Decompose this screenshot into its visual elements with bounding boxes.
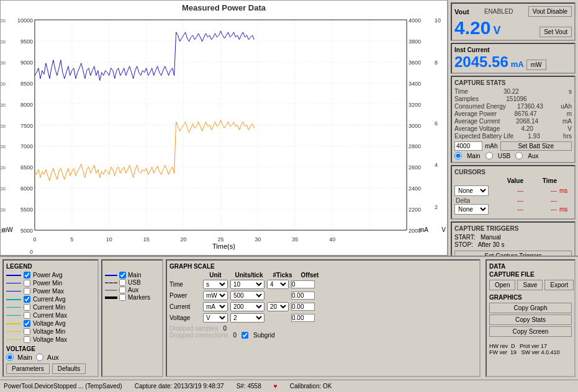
vout-value: 4.20 [454, 19, 490, 37]
power-units-per-tick-select[interactable]: 500 [230, 291, 264, 300]
gl-check-aux[interactable] [119, 287, 126, 293]
svg-text:3400: 3400 [409, 81, 421, 87]
gl-check-usb[interactable] [119, 279, 126, 286]
dropped-connections-label: Dropped connections [169, 332, 228, 339]
vout-row: Vout ENABLED Vout Disable [454, 6, 572, 17]
svg-text:20: 20 [181, 236, 187, 243]
set-batt-button[interactable]: Set Batt Size [500, 141, 572, 151]
legend-check-power-min[interactable] [24, 280, 30, 287]
svg-text:6: 6 [435, 120, 438, 127]
defaults-button[interactable]: Defaults [52, 363, 86, 374]
cursor2-select[interactable]: None [454, 204, 489, 215]
cursor1-row: None --- --- ms [454, 185, 572, 196]
cursor2-time-unit: ms [559, 206, 572, 213]
batt-row: mAh Set Batt Size [454, 141, 572, 151]
status-heart-icon: ♥ [274, 383, 278, 390]
set-vout-button[interactable]: Set Vout [540, 27, 572, 37]
data-section: DATA CAPTURE FILE Open Save Export GRAPH… [485, 259, 576, 377]
cursor2-value: --- [491, 206, 523, 213]
vout-enabled: ENABLED [484, 8, 513, 15]
voltage-title: VOLTAGE [6, 345, 95, 352]
hw-rev: D [511, 343, 515, 349]
svg-text:8000: 8000 [20, 102, 33, 108]
status-left: PowerTool.DeviceStopped ... (TempSaved) [4, 383, 122, 390]
capture-stats-title: CAPTURE STATS [454, 79, 572, 86]
cursor1-time: --- [526, 187, 557, 194]
time-units-per-tick-select[interactable]: 10 [230, 280, 264, 289]
status-serial: S#: 4558 [237, 383, 261, 390]
current-units-per-tick-select[interactable]: 200 [230, 302, 264, 311]
gl-check-markers[interactable] [119, 294, 126, 301]
main-container: Measured Power Data [0, 0, 578, 392]
legend-line-current-min [6, 307, 21, 308]
svg-text:0: 0 [33, 236, 36, 243]
legend-check-voltage-max[interactable] [24, 336, 30, 343]
batt-unit: mAh [485, 143, 498, 149]
svg-text:8000: 8000 [1, 102, 6, 108]
svg-text:0: 0 [30, 249, 33, 255]
time-ticks-select[interactable]: 4 [267, 280, 289, 289]
cursor1-select[interactable]: None [454, 185, 489, 196]
svg-text:2800: 2800 [409, 143, 421, 149]
copy-stats-button[interactable]: Copy Stats [489, 314, 572, 325]
svg-text:2400: 2400 [409, 185, 421, 192]
batt-size-input[interactable] [454, 141, 482, 151]
gl-usb: USB [105, 279, 160, 286]
svg-text:5500: 5500 [20, 207, 33, 213]
voltage-radio: Main Aux [6, 354, 95, 361]
export-button[interactable]: Export [544, 280, 574, 290]
legend-check-power-avg[interactable] [24, 272, 30, 278]
copy-screen-button[interactable]: Copy Screen [489, 326, 572, 337]
save-button[interactable]: Save [517, 280, 543, 290]
power-unit-select[interactable]: mW [203, 291, 228, 300]
voltage-unit-select[interactable]: V [203, 313, 228, 323]
legend-check-voltage-min[interactable] [24, 328, 30, 335]
copy-graph-button[interactable]: Copy Graph [489, 303, 572, 313]
legend-check-current-avg[interactable] [24, 296, 30, 303]
top-area: Measured Power Data [0, 0, 578, 256]
svg-text:6000: 6000 [20, 185, 33, 192]
subgrid-checkbox[interactable] [242, 332, 248, 339]
batt-usb-radio[interactable] [485, 152, 493, 159]
gl-check-main[interactable] [119, 272, 126, 278]
trigger-stop-value: After 30 s [478, 241, 505, 248]
voltage-aux-radio[interactable] [36, 354, 43, 361]
vout-disable-button[interactable]: Vout Disable [528, 6, 572, 17]
dropped-samples-value: 0 [223, 325, 227, 332]
svg-text:10000: 10000 [1, 18, 6, 24]
gl-line-main [105, 275, 117, 276]
delta-value: --- [492, 197, 523, 204]
svg-text:3200: 3200 [409, 102, 421, 108]
voltage-units-per-tick-select[interactable]: 2 [230, 313, 264, 323]
legend-check-current-max[interactable] [24, 312, 30, 319]
batt-main-radio[interactable] [454, 152, 462, 159]
legend-title: LEGEND [6, 263, 95, 270]
parameters-button[interactable]: Parameters [6, 363, 50, 374]
svg-text:8500: 8500 [20, 81, 33, 87]
graph-scale-title: GRAPH SCALE [169, 263, 477, 270]
x-axis-label: Time(s) [212, 243, 235, 250]
time-offset-input[interactable] [291, 280, 315, 288]
prot-ver: 17 [541, 343, 547, 349]
voltage-main-radio[interactable] [6, 354, 14, 361]
graph-legend-section: Main USB Aux Markers [101, 259, 163, 377]
legend-check-power-max[interactable] [24, 288, 30, 295]
open-button[interactable]: Open [489, 280, 515, 290]
batt-aux-radio[interactable] [515, 152, 523, 159]
svg-text:9000: 9000 [20, 60, 33, 66]
svg-text:7000: 7000 [20, 143, 33, 149]
gs-current-row: Current mA 200 20 [169, 302, 477, 311]
voltage-offset-input[interactable] [291, 314, 315, 322]
power-offset-input[interactable] [291, 292, 315, 300]
legend-check-voltage-avg[interactable] [24, 320, 30, 327]
current-unit-select[interactable]: mA [203, 302, 228, 311]
dropped-samples-row: Dropped samples 0 [169, 325, 477, 332]
svg-text:9000: 9000 [1, 60, 6, 66]
inst-mw-button[interactable]: mW [526, 60, 546, 70]
current-offset-input[interactable] [291, 303, 315, 311]
current-ticks-select[interactable]: 20 [267, 302, 289, 311]
time-unit-select[interactable]: s [203, 280, 228, 289]
legend-check-current-min[interactable] [24, 304, 30, 311]
stat-row-time: Time 30.22 s [454, 88, 572, 95]
data-title: DATA [489, 263, 572, 270]
